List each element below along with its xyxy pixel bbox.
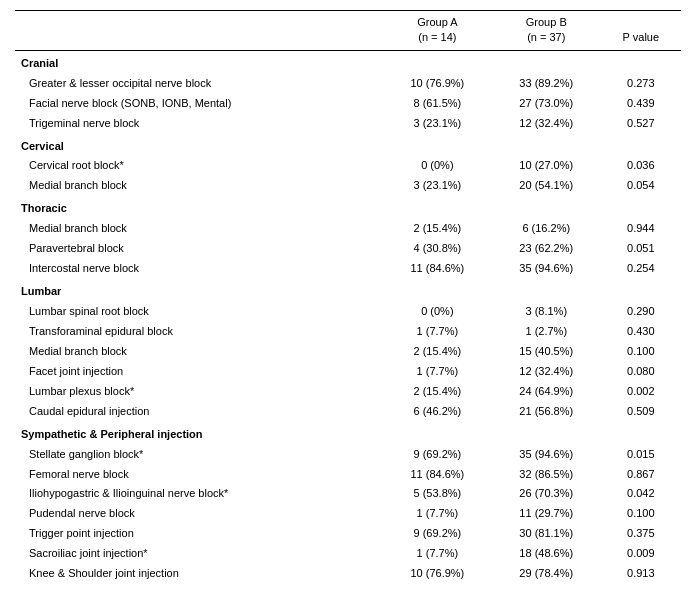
group-a-value: 10 (76.9%) — [383, 564, 492, 584]
group-b-value: 11 (29.7%) — [492, 504, 601, 524]
procedure-label: Trigeminal nerve block — [15, 114, 383, 134]
group-a-value: 2 (15.4%) — [383, 219, 492, 239]
procedure-label: Greater & lesser occipital nerve block — [15, 74, 383, 94]
table-row: Medial branch block2 (15.4%)15 (40.5%)0.… — [15, 342, 681, 362]
p-value: 0.009 — [601, 544, 681, 564]
p-value: 0.439 — [601, 94, 681, 114]
section-header: Cranial — [15, 50, 681, 73]
section-header: Thoracic — [15, 196, 681, 219]
group-b-value: 18 (48.6%) — [492, 544, 601, 564]
p-value: 0.913 — [601, 564, 681, 584]
table-row: Femoral nerve block11 (84.6%)32 (86.5%)0… — [15, 465, 681, 485]
group-b-value: 35 (94.6%) — [492, 445, 601, 465]
procedure-label: Medial branch block — [15, 176, 383, 196]
procedure-label: Knee & Shoulder joint injection — [15, 564, 383, 584]
table-row: Medial branch block2 (15.4%)6 (16.2%)0.9… — [15, 219, 681, 239]
table-row: Paravertebral block4 (30.8%)23 (62.2%)0.… — [15, 239, 681, 259]
header-group-a: Group A (n = 14) — [383, 11, 492, 51]
section-title: Lumbar — [15, 279, 681, 302]
p-value: 0.273 — [601, 74, 681, 94]
procedure-label: Pudendal nerve block — [15, 504, 383, 524]
group-a-value: 10 (76.9%) — [383, 74, 492, 94]
procedure-label: Iliohypogastric & Ilioinguinal nerve blo… — [15, 484, 383, 504]
group-a-value: 0 (0%) — [383, 156, 492, 176]
group-b-value: 1 (2.7%) — [492, 322, 601, 342]
section-title: Cervical — [15, 134, 681, 157]
table-row: Intercostal nerve block11 (84.6%)35 (94.… — [15, 259, 681, 279]
procedure-label: Medial branch block — [15, 342, 383, 362]
procedure-label: Stellate ganglion block* — [15, 445, 383, 465]
section-title: Sympathetic & Peripheral injection — [15, 422, 681, 445]
p-value: 0.002 — [601, 382, 681, 402]
section-header: Sympathetic & Peripheral injection — [15, 422, 681, 445]
table-row: Facet joint injection1 (7.7%)12 (32.4%)0… — [15, 362, 681, 382]
table-row: Greater & lesser occipital nerve block10… — [15, 74, 681, 94]
group-b-value: 29 (78.4%) — [492, 564, 601, 584]
procedure-label: Lumbar spinal root block — [15, 302, 383, 322]
group-b-value: 33 (89.2%) — [492, 74, 601, 94]
table-row: Acromioclavicular joint injection*7 (53.… — [15, 584, 681, 589]
table-row: Trigeminal nerve block3 (23.1%)12 (32.4%… — [15, 114, 681, 134]
table-row: Pudendal nerve block1 (7.7%)11 (29.7%)0.… — [15, 504, 681, 524]
p-value: 0.254 — [601, 259, 681, 279]
p-value: 0.054 — [601, 176, 681, 196]
procedure-label: Transforaminal epidural block — [15, 322, 383, 342]
header-group-b: Group B (n = 37) — [492, 11, 601, 51]
table-row: Trigger point injection9 (69.2%)30 (81.1… — [15, 524, 681, 544]
group-a-value: 3 (23.1%) — [383, 114, 492, 134]
procedure-label: Caudal epidural injection — [15, 402, 383, 422]
procedure-label: Femoral nerve block — [15, 465, 383, 485]
p-value: 0.430 — [601, 322, 681, 342]
group-b-value: 32 (86.5%) — [492, 465, 601, 485]
group-b-value: 12 (32.4%) — [492, 362, 601, 382]
procedure-label: Facial nerve block (SONB, IONB, Mental) — [15, 94, 383, 114]
group-b-value: 20 (54.1%) — [492, 176, 601, 196]
group-b-value: 27 (73.0%) — [492, 94, 601, 114]
group-a-value: 4 (30.8%) — [383, 239, 492, 259]
group-a-value: 2 (15.4%) — [383, 342, 492, 362]
p-value: 0.042 — [601, 484, 681, 504]
table-row: Iliohypogastric & Ilioinguinal nerve blo… — [15, 484, 681, 504]
procedure-label: Trigger point injection — [15, 524, 383, 544]
procedure-label: Cervical root block* — [15, 156, 383, 176]
group-b-value: 15 (40.5%) — [492, 342, 601, 362]
group-a-value: 5 (53.8%) — [383, 484, 492, 504]
group-a-value: 0 (0%) — [383, 302, 492, 322]
group-b-value: 26 (70.3%) — [492, 484, 601, 504]
procedure-label: Medial branch block — [15, 219, 383, 239]
p-value: 0.036 — [601, 156, 681, 176]
group-b-value: 31 (83.8%) — [492, 584, 601, 589]
table-row: Stellate ganglion block*9 (69.2%)35 (94.… — [15, 445, 681, 465]
group-a-value: 6 (46.2%) — [383, 402, 492, 422]
group-a-value: 8 (61.5%) — [383, 94, 492, 114]
p-value: 0.527 — [601, 114, 681, 134]
group-a-value: 3 (23.1%) — [383, 176, 492, 196]
section-header: Cervical — [15, 134, 681, 157]
group-b-value: 21 (56.8%) — [492, 402, 601, 422]
table-row: Lumbar plexus block*2 (15.4%)24 (64.9%)0… — [15, 382, 681, 402]
procedure-label: Acromioclavicular joint injection* — [15, 584, 383, 589]
p-value: 0.100 — [601, 504, 681, 524]
group-a-value: 9 (69.2%) — [383, 524, 492, 544]
procedure-label: Paravertebral block — [15, 239, 383, 259]
section-header: Lumbar — [15, 279, 681, 302]
group-a-value: 11 (84.6%) — [383, 259, 492, 279]
group-a-value: 2 (15.4%) — [383, 382, 492, 402]
table-row: Sacroiliac joint injection*1 (7.7%)18 (4… — [15, 544, 681, 564]
group-b-value: 10 (27.0%) — [492, 156, 601, 176]
table-row: Transforaminal epidural block1 (7.7%)1 (… — [15, 322, 681, 342]
procedure-label: Sacroiliac joint injection* — [15, 544, 383, 564]
group-a-value: 1 (7.7%) — [383, 362, 492, 382]
procedure-label: Intercostal nerve block — [15, 259, 383, 279]
p-value: 0.375 — [601, 524, 681, 544]
p-value: 0.509 — [601, 402, 681, 422]
table-row: Lumbar spinal root block0 (0%)3 (8.1%)0.… — [15, 302, 681, 322]
group-b-value: 35 (94.6%) — [492, 259, 601, 279]
group-b-value: 24 (64.9%) — [492, 382, 601, 402]
p-value: 0.100 — [601, 342, 681, 362]
table-row: Knee & Shoulder joint injection10 (76.9%… — [15, 564, 681, 584]
group-a-value: 1 (7.7%) — [383, 504, 492, 524]
group-a-value: 7 (53.8%) — [383, 584, 492, 589]
group-b-value: 12 (32.4%) — [492, 114, 601, 134]
table-row: Caudal epidural injection6 (46.2%)21 (56… — [15, 402, 681, 422]
